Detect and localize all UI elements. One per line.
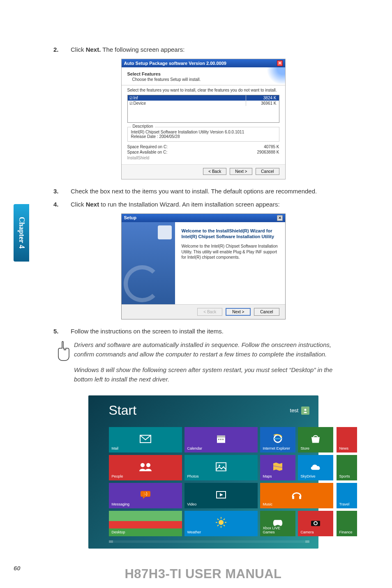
tile-ie[interactable]: Internet Explorer <box>260 427 295 452</box>
dialog-title: Setup <box>124 215 137 221</box>
select-features-dialog: Auto Setup Package software Version 2.00… <box>121 59 286 179</box>
feature-name: Device <box>128 101 246 106</box>
dialog-buttons: < Back Next > Cancel <box>122 304 285 319</box>
tile-sports[interactable]: Sports <box>337 455 357 480</box>
svg-point-11 <box>219 465 220 466</box>
svg-rect-16 <box>299 496 301 499</box>
feature-row[interactable]: Inf 3824 K <box>128 95 279 101</box>
scrollbar[interactable] <box>109 540 309 543</box>
install-wizard-dialog: Setup ✕ Welcome to the InstallShield(R) … <box>121 214 286 319</box>
tile-news[interactable]: News <box>337 427 357 452</box>
manual-title: H87H3-TI USER MANUAL <box>53 567 353 581</box>
desc-line: Intel(R) Chipset Software Installation U… <box>131 130 276 134</box>
tile-finance[interactable]: Finance <box>337 511 357 536</box>
svg-point-0 <box>304 409 306 411</box>
note-paragraph: Drivers and software are automatically i… <box>74 340 353 359</box>
note-paragraph: Windows 8 will show the following screen… <box>74 365 353 384</box>
tile-camera[interactable]: Camera <box>298 511 333 536</box>
space-required: Space Required on C:40785 K <box>127 144 279 149</box>
step-text: Check the box next to the items you want… <box>71 187 353 196</box>
svg-rect-6 <box>222 439 224 440</box>
step-2: 2. Click Next. The following screen appe… <box>53 45 353 55</box>
user-avatar-icon <box>301 407 309 415</box>
desc-line: Release Date : 2004/05/28 <box>131 134 276 139</box>
wizard-sidebar <box>122 222 175 304</box>
step-4: 4. Click Next to run the Installation Wi… <box>53 200 353 209</box>
install-icon <box>158 225 172 239</box>
svg-point-9 <box>146 463 150 467</box>
tile-store[interactable]: Store <box>298 427 333 452</box>
tile-skydrive[interactable]: SkyDrive <box>298 455 333 480</box>
camera-icon <box>310 519 321 526</box>
installshield-label: InstallShield <box>127 156 279 160</box>
note-block: Drivers and software are automatically i… <box>53 340 353 390</box>
mail-icon <box>140 435 151 443</box>
svg-line-25 <box>217 525 219 526</box>
headphones-icon <box>291 489 302 500</box>
tile-calendar[interactable]: Calendar <box>184 427 258 452</box>
feature-size: 36961 K <box>246 101 279 106</box>
tile-people[interactable]: People <box>109 455 182 480</box>
step-number: 3. <box>53 187 71 196</box>
tile-weather[interactable]: Weather <box>184 511 258 536</box>
chapter-side-tab: Chapter 4 <box>14 204 29 262</box>
messaging-icon: :-) <box>140 490 151 499</box>
titlebar: Auto Setup Package software Version 2.00… <box>122 59 285 67</box>
dialog-subheader: Choose the features Setup will install. <box>132 77 279 82</box>
svg-line-24 <box>224 519 225 520</box>
next-button[interactable]: Next > <box>226 308 251 316</box>
pointing-hand-icon <box>53 340 74 390</box>
close-icon[interactable]: ✕ <box>277 60 283 66</box>
feature-row[interactable]: Device 36961 K <box>128 101 279 106</box>
space-available: Space Available on C:29063888 K <box>127 149 279 155</box>
features-list[interactable]: Inf 3824 K Device 36961 K <box>127 95 279 123</box>
wizard-paragraph: Welcome to the Intel(R) Chipset Software… <box>182 243 279 260</box>
photos-icon <box>216 462 226 471</box>
user-name: test <box>290 407 299 413</box>
step-3: 3. Check the box next to the items you w… <box>53 187 353 196</box>
cancel-button[interactable]: Cancel <box>254 308 279 316</box>
tile-music[interactable]: Music <box>260 483 333 508</box>
dialog-header: Select Features <box>127 71 279 76</box>
back-button[interactable]: < Back <box>203 168 226 175</box>
svg-text::-): :-) <box>143 492 147 496</box>
people-icon <box>138 462 152 471</box>
cancel-button[interactable]: Cancel <box>256 168 279 175</box>
feature-size: 3824 K <box>246 95 279 101</box>
close-icon[interactable]: ✕ <box>277 215 283 221</box>
tile-xbox[interactable]: Xbox LIVE Games <box>260 511 295 536</box>
tile-messaging[interactable]: :-)Messaging <box>109 483 182 508</box>
tile-travel[interactable]: Travel <box>337 483 357 508</box>
swirl-graphic <box>124 265 161 302</box>
back-button: < Back <box>197 308 222 316</box>
sun-icon <box>215 517 227 528</box>
svg-line-22 <box>217 519 219 520</box>
svg-point-8 <box>141 463 145 467</box>
tile-photos[interactable]: Photos <box>184 455 258 480</box>
note-text: Drivers and software are automatically i… <box>74 340 353 390</box>
ie-icon <box>272 433 284 444</box>
tile-video[interactable]: Video <box>184 483 258 508</box>
cloud-icon <box>309 463 322 471</box>
dialog-instruction: Select the features you want to install,… <box>127 88 279 92</box>
start-label: Start <box>109 403 137 418</box>
svg-rect-4 <box>218 439 219 440</box>
next-button[interactable]: Next > <box>230 168 252 175</box>
titlebar: Setup ✕ <box>122 214 285 222</box>
tile-maps[interactable]: Maps <box>260 455 295 480</box>
svg-rect-5 <box>220 439 221 440</box>
tile-desktop[interactable]: Desktop <box>109 511 182 536</box>
user-badge[interactable]: test <box>290 407 309 415</box>
step-text: Follow the instructions on the screen to… <box>71 327 353 336</box>
decorative-corner <box>261 67 285 84</box>
svg-rect-3 <box>217 436 225 438</box>
wizard-heading: Welcome to the InstallShield(R) Wizard f… <box>182 228 279 240</box>
dialog-buttons: < Back Next > Cancel <box>122 164 285 179</box>
step-number: 4. <box>53 200 71 209</box>
svg-rect-10 <box>216 463 226 471</box>
step-5: 5. Follow the instructions on the screen… <box>53 327 353 336</box>
tile-mail[interactable]: Mail <box>109 427 182 452</box>
step-text: Click Next to run the Installation Wizar… <box>71 200 353 209</box>
maps-icon <box>272 462 283 472</box>
win8-start-screen: Start test Mail Calendar Internet Explor… <box>88 395 318 549</box>
